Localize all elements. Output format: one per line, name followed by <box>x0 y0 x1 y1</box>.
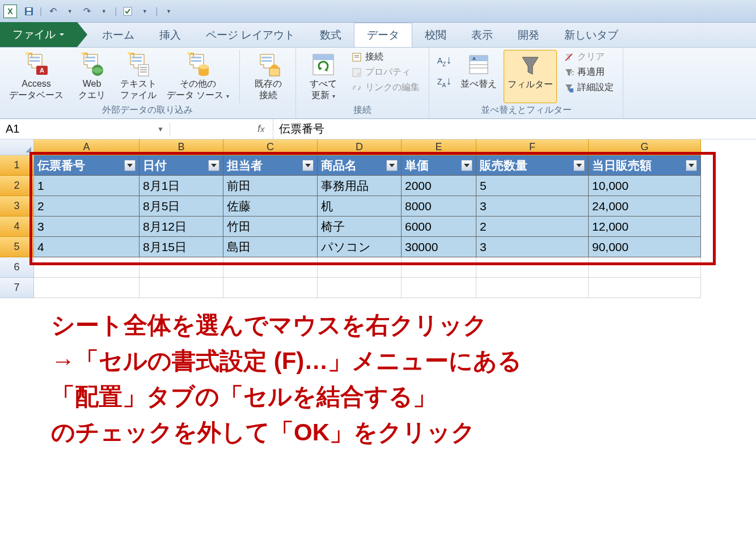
cell[interactable]: 12,000 <box>589 217 701 237</box>
tab-developer[interactable]: 開発 <box>505 23 552 47</box>
cell[interactable]: 日付 <box>140 155 223 176</box>
qat-customize-icon[interactable]: ▼ <box>162 5 175 18</box>
name-box[interactable]: A1▼ <box>0 122 170 135</box>
cell[interactable]: 8月15日 <box>140 237 223 257</box>
cell[interactable]: 8000 <box>402 196 476 217</box>
filter-dropdown-icon[interactable] <box>386 160 398 171</box>
tab-formulas[interactable]: 数式 <box>307 23 354 47</box>
row-header[interactable]: 1 <box>0 155 34 176</box>
tab-home[interactable]: ホーム <box>90 23 147 47</box>
column-header[interactable]: E <box>402 139 476 155</box>
cell[interactable]: 90,000 <box>589 237 701 257</box>
cell[interactable]: 椅子 <box>318 217 402 237</box>
cell[interactable]: 前田 <box>223 176 318 196</box>
fx-label[interactable]: fx <box>250 119 273 139</box>
row-header[interactable]: 7 <box>0 278 34 298</box>
sort-desc-button[interactable]: ZA↓ <box>437 74 451 88</box>
cell[interactable] <box>476 278 589 298</box>
chevron-down-icon[interactable]: ▼ <box>157 125 164 133</box>
refresh-all-button[interactable]: すべて 更新 ▾ <box>302 50 345 103</box>
filter-dropdown-icon[interactable] <box>302 160 314 171</box>
cell[interactable] <box>34 278 140 298</box>
cell[interactable] <box>318 278 402 298</box>
tab-review[interactable]: 校閲 <box>412 23 459 47</box>
column-header[interactable]: C <box>223 139 318 155</box>
filter-dropdown-icon[interactable] <box>573 160 585 171</box>
cell[interactable] <box>140 278 223 298</box>
cell[interactable]: 単価 <box>402 155 476 176</box>
filter-dropdown-icon[interactable] <box>124 160 136 171</box>
formula-input[interactable]: 伝票番号 <box>273 121 756 137</box>
tab-new[interactable]: 新しいタブ <box>552 23 631 47</box>
cell[interactable]: 2 <box>34 196 140 217</box>
select-all-button[interactable] <box>0 139 34 155</box>
existing-connections-button[interactable]: 既存の 接続 <box>247 50 290 103</box>
tab-view[interactable]: 表示 <box>459 23 505 47</box>
cell[interactable]: 8月5日 <box>140 196 223 217</box>
redo-dropdown-icon[interactable]: ▼ <box>97 5 111 18</box>
cell[interactable]: 24,000 <box>589 196 701 217</box>
tab-data[interactable]: データ <box>354 23 412 47</box>
access-button[interactable]: A Access データベース <box>6 50 67 103</box>
sort-button[interactable]: AZ 並べ替え <box>457 50 500 103</box>
cell[interactable]: 3 <box>34 217 140 237</box>
filter-dropdown-icon[interactable] <box>208 160 219 171</box>
cell[interactable]: 竹田 <box>223 217 318 237</box>
cell[interactable] <box>140 257 223 278</box>
tab-insert[interactable]: 挿入 <box>147 23 193 47</box>
row-header[interactable]: 6 <box>0 257 34 278</box>
cell[interactable]: 8月12日 <box>140 217 223 237</box>
undo-icon[interactable]: ↶ <box>46 5 60 18</box>
cell[interactable] <box>318 257 402 278</box>
cell[interactable] <box>589 257 701 278</box>
text-file-button[interactable]: テキスト ファイル <box>117 50 160 103</box>
cell[interactable]: 商品名 <box>318 155 402 176</box>
row-header[interactable]: 5 <box>0 237 34 257</box>
cell[interactable]: 机 <box>318 196 402 217</box>
cell[interactable] <box>223 278 318 298</box>
cell[interactable]: 事務用品 <box>318 176 402 196</box>
cell[interactable]: 島田 <box>223 237 318 257</box>
cell[interactable]: 6000 <box>402 217 476 237</box>
cell[interactable]: 30000 <box>402 237 476 257</box>
cell[interactable]: 販売数量 <box>476 155 589 176</box>
cell[interactable]: 5 <box>476 176 589 196</box>
undo-dropdown-icon[interactable]: ▼ <box>63 5 77 18</box>
web-query-button[interactable]: Web クエリ <box>70 50 113 103</box>
cell[interactable]: 伝票番号 <box>34 155 140 176</box>
column-header[interactable]: F <box>476 139 589 155</box>
cell[interactable] <box>476 257 589 278</box>
other-sources-button[interactable]: その他の データ ソース ▾ <box>163 50 233 103</box>
cell[interactable]: 2 <box>476 217 589 237</box>
row-header[interactable]: 2 <box>0 176 34 196</box>
cell[interactable]: 8月1日 <box>140 176 223 196</box>
cell[interactable] <box>402 257 476 278</box>
cell[interactable]: 1 <box>34 176 140 196</box>
cell[interactable] <box>402 278 476 298</box>
connections-button[interactable]: 接続 <box>348 50 423 64</box>
column-header[interactable]: A <box>34 139 140 155</box>
tab-page-layout[interactable]: ページ レイアウト <box>193 23 307 47</box>
cell[interactable]: パソコン <box>318 237 402 257</box>
sort-asc-button[interactable]: AZ↓ <box>437 53 451 67</box>
column-header[interactable]: G <box>589 139 701 155</box>
advanced-filter-button[interactable]: 詳細設定 <box>560 80 617 95</box>
cell[interactable]: 3 <box>476 196 589 217</box>
checkbox-dropdown-icon[interactable]: ▼ <box>138 5 151 18</box>
filter-button[interactable]: フィルター <box>504 50 557 103</box>
tab-file[interactable]: ファイル <box>0 22 77 47</box>
column-header[interactable]: B <box>140 139 223 155</box>
row-header[interactable]: 3 <box>0 196 34 217</box>
cell[interactable] <box>34 257 140 278</box>
cell[interactable] <box>589 278 701 298</box>
cell[interactable]: 当日販売額 <box>589 155 701 176</box>
checkbox-icon[interactable] <box>121 5 134 18</box>
cell[interactable]: 佐藤 <box>223 196 318 217</box>
cell[interactable]: 10,000 <box>589 176 701 196</box>
save-icon[interactable] <box>22 5 36 18</box>
row-header[interactable]: 4 <box>0 217 34 237</box>
column-header[interactable]: D <box>318 139 402 155</box>
filter-dropdown-icon[interactable] <box>461 160 472 171</box>
reapply-button[interactable]: 再適用 <box>560 65 617 79</box>
cell[interactable]: 2000 <box>402 176 476 196</box>
